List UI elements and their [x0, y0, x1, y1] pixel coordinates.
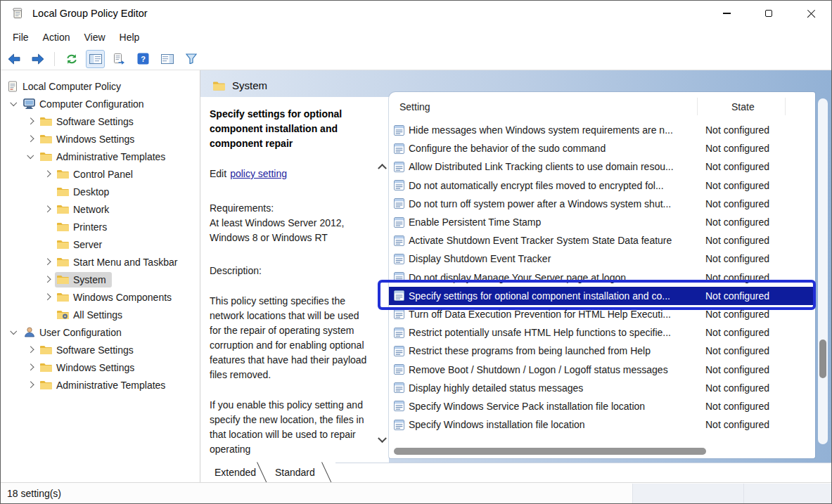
tree-item-body: User Configuration — [21, 325, 127, 340]
tree-item-printers[interactable]: Printers — [0, 218, 200, 235]
column-header-setting[interactable]: Setting — [399, 101, 430, 112]
tree-item-body: Computer Configuration — [21, 96, 150, 112]
setting-name: Specify settings for optional component … — [409, 290, 705, 302]
chevron-right-icon[interactable] — [39, 165, 55, 183]
chevron-down-icon[interactable] — [6, 95, 21, 112]
scroll-down-icon[interactable] — [375, 433, 389, 447]
setting-row[interactable]: Do not automatically encrypt files moved… — [389, 176, 815, 195]
status-bar: 18 setting(s) — [0, 482, 832, 504]
tree-item-label: Windows Settings — [56, 134, 134, 145]
setting-row[interactable]: Specify Windows installation file locati… — [389, 415, 815, 434]
filter-button[interactable] — [181, 50, 200, 68]
forward-icon — [31, 53, 45, 65]
chevron-spacer — [39, 218, 55, 235]
chevron-right-icon[interactable] — [23, 376, 38, 394]
tree-item-network[interactable]: Network — [0, 200, 200, 218]
tree-item-label: Start Menu and Taskbar — [73, 257, 177, 268]
settings-rows: Hide messages when Windows system requir… — [389, 121, 815, 434]
scroll-up-icon[interactable] — [375, 159, 389, 173]
vertical-scrollbar[interactable] — [818, 98, 828, 444]
horizontal-scrollbar-thumb[interactable] — [394, 448, 706, 455]
tree-item-label: Windows Settings — [56, 362, 134, 373]
refresh-icon — [65, 53, 78, 65]
column-header-state[interactable]: State — [731, 101, 755, 112]
chevron-right-icon[interactable] — [23, 130, 38, 148]
maximize-button[interactable] — [748, 0, 790, 27]
setting-row[interactable]: Enable Persistent Time StampNot configur… — [389, 213, 815, 231]
tree-item-software-settings[interactable]: Software Settings — [0, 112, 200, 130]
setting-row[interactable]: Hide messages when Windows system requir… — [389, 121, 815, 139]
tree-item-control-panel[interactable]: Control Panel — [0, 165, 200, 183]
chevron-right-icon[interactable] — [23, 358, 38, 376]
tab-standard[interactable]: Standard — [268, 463, 322, 482]
tree-item-server[interactable]: Server — [0, 235, 200, 253]
gpedit-window: Local Group Policy Editor FileActionView… — [0, 0, 832, 504]
vertical-scrollbar-thumb[interactable] — [819, 340, 826, 378]
toolbar: ? — [0, 48, 832, 70]
chevron-right-icon[interactable] — [23, 341, 38, 358]
setting-name: Specify Windows installation file locati… — [409, 419, 705, 430]
minimize-button[interactable] — [705, 0, 748, 27]
setting-row[interactable]: Specify Windows Service Pack installatio… — [389, 397, 815, 415]
menu-view[interactable]: View — [77, 29, 112, 46]
tree-item-windows-settings[interactable]: Windows Settings — [0, 130, 200, 148]
policy-setting-icon — [389, 143, 409, 154]
tree-item-label: Printers — [73, 221, 107, 233]
chevron-right-icon[interactable] — [39, 200, 55, 218]
tree-item-windows-components[interactable]: Windows Components — [0, 288, 200, 306]
chevron-right-icon[interactable] — [23, 112, 38, 130]
chevron-down-icon[interactable] — [6, 323, 21, 341]
tree-item-desktop[interactable]: Desktop — [0, 183, 200, 200]
setting-description-pane: Specify settings for optional component … — [200, 97, 389, 463]
export-list-button[interactable] — [110, 50, 129, 68]
setting-row[interactable]: Restrict these programs from being launc… — [389, 342, 815, 360]
close-button[interactable] — [790, 0, 832, 27]
forward-button[interactable] — [28, 50, 47, 68]
tree-item-local-computer-policy[interactable]: Local Computer Policy — [0, 77, 200, 95]
folder-icon — [40, 152, 52, 161]
tree-item-computer-configuration[interactable]: Computer Configuration — [0, 95, 200, 112]
column-separator — [697, 98, 698, 115]
back-button[interactable] — [4, 50, 23, 68]
folder-icon — [57, 187, 69, 196]
chevron-down-icon[interactable] — [23, 148, 38, 165]
setting-row[interactable]: Activate Shutdown Event Tracker System S… — [389, 231, 815, 250]
show-action-pane-button[interactable] — [158, 50, 177, 68]
tree-item-windows-settings[interactable]: Windows Settings — [0, 358, 200, 376]
refresh-button[interactable] — [62, 50, 81, 68]
show-console-tree-button[interactable] — [86, 50, 105, 68]
export-list-icon — [113, 53, 125, 65]
tree-item-label: User Configuration — [39, 327, 122, 338]
help-button[interactable]: ? — [134, 50, 153, 68]
menu-help[interactable]: Help — [113, 29, 147, 46]
policy-setting-link[interactable]: policy setting — [230, 168, 287, 179]
horizontal-scrollbar[interactable] — [392, 447, 807, 455]
tree-item-all-settings[interactable]: All Settings — [0, 306, 200, 323]
chevron-right-icon[interactable] — [39, 288, 55, 306]
tab-extended[interactable]: Extended — [207, 463, 263, 482]
menu-file[interactable]: File — [6, 29, 36, 46]
tree-item-administrative-templates[interactable]: Administrative Templates — [0, 148, 200, 165]
setting-row[interactable]: Allow Distributed Link Tracking clients … — [389, 157, 815, 176]
setting-state: Not configured — [705, 143, 815, 154]
setting-row[interactable]: Configure the behavior of the sudo comma… — [389, 139, 815, 157]
setting-row[interactable]: Display Shutdown Event TrackerNot config… — [389, 250, 815, 268]
chevron-right-icon[interactable] — [39, 271, 55, 288]
tree-item-body: Administrative Templates — [38, 149, 171, 164]
setting-name: Hide messages when Windows system requir… — [409, 124, 705, 136]
setting-row[interactable]: Turn off Data Execution Prevention for H… — [389, 305, 815, 323]
tree-item-administrative-templates[interactable]: Administrative Templates — [0, 376, 200, 394]
tree-item-system[interactable]: System — [0, 271, 200, 288]
setting-row[interactable]: Restrict potentially unsafe HTML Help fu… — [389, 323, 815, 342]
tree-item-software-settings[interactable]: Software Settings — [0, 341, 200, 358]
setting-row[interactable]: Specify settings for optional component … — [389, 287, 815, 305]
chevron-right-icon[interactable] — [39, 253, 55, 271]
setting-row[interactable]: Display highly detailed status messagesN… — [389, 379, 815, 397]
setting-row[interactable]: Remove Boot / Shutdown / Logon / Logoff … — [389, 360, 815, 378]
setting-row[interactable]: Do not turn off system power after a Win… — [389, 195, 815, 213]
tree-item-user-configuration[interactable]: User Configuration — [0, 323, 200, 341]
tree-item-body: Administrative Templates — [38, 377, 171, 393]
setting-row[interactable]: Do not display Manage Your Server page a… — [389, 269, 815, 287]
tree-item-start-menu-and-taskbar[interactable]: Start Menu and Taskbar — [0, 253, 200, 271]
menu-action[interactable]: Action — [36, 29, 77, 46]
